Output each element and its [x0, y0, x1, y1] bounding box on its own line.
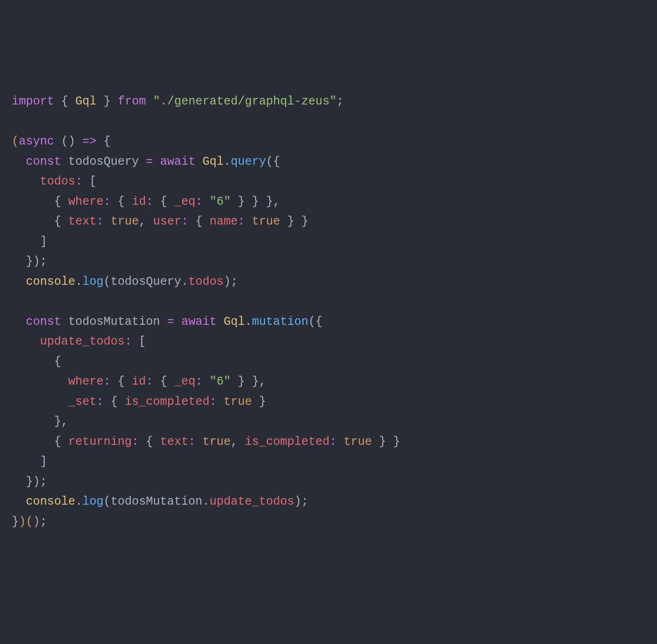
prop-update-todos: update_todos	[40, 335, 125, 348]
brace: }	[26, 475, 33, 489]
prop-returning: returning	[68, 435, 132, 449]
brace: {	[146, 435, 153, 449]
semicolon: ;	[337, 95, 344, 108]
identifier-console: console	[26, 495, 75, 508]
string-6: "6"	[209, 375, 231, 388]
method-log: log	[82, 495, 104, 508]
paren: )	[224, 275, 231, 289]
paren: (	[104, 275, 111, 289]
keyword-import: import	[12, 95, 54, 108]
brace: }	[26, 255, 33, 268]
comma: ,	[231, 435, 238, 449]
prop-set: _set	[68, 395, 96, 409]
dot: .	[224, 155, 231, 169]
colon: :	[181, 215, 188, 228]
brace: }	[301, 215, 308, 228]
prop-name: name	[209, 215, 238, 228]
colon: :	[329, 435, 337, 449]
prop-is-completed: is_completed	[125, 395, 209, 409]
identifier-gql: Gql	[202, 155, 224, 169]
brace: }	[259, 395, 266, 409]
dot: .	[75, 275, 82, 289]
brace: {	[118, 375, 125, 388]
comma: ,	[259, 375, 266, 388]
colon: :	[96, 215, 104, 228]
equals: =	[146, 155, 153, 169]
var-todosmutation: todosMutation	[111, 495, 202, 508]
equals: =	[167, 315, 174, 329]
bool-true: true	[224, 395, 252, 409]
colon: :	[238, 215, 245, 228]
colon: :	[96, 395, 104, 409]
colon: :	[195, 195, 202, 209]
identifier-gql: Gql	[224, 315, 245, 329]
brace: }	[104, 95, 111, 108]
prop-todos: todos	[188, 275, 224, 289]
brace: }	[238, 375, 245, 388]
brace: }	[252, 195, 259, 209]
code-block: import { Gql } from "./generated/graphql…	[12, 92, 645, 532]
colon: :	[188, 435, 195, 449]
bracket: [	[89, 175, 96, 188]
var-todosmutation: todosMutation	[68, 315, 160, 329]
brace: }	[12, 515, 19, 529]
identifier-console: console	[26, 275, 75, 289]
paren: (	[308, 315, 315, 329]
brace: {	[61, 95, 68, 108]
arrow: =>	[82, 135, 96, 148]
bracket: [	[139, 335, 146, 348]
bool-true: true	[252, 215, 280, 228]
colon: :	[132, 435, 139, 449]
brace: }	[252, 375, 259, 388]
brace: {	[111, 395, 118, 409]
brace: {	[160, 375, 167, 388]
paren: )	[19, 515, 26, 529]
paren: (	[12, 135, 19, 148]
paren: )	[33, 475, 40, 489]
comma: ,	[273, 195, 280, 209]
dot: .	[181, 275, 188, 289]
method-query: query	[231, 155, 266, 169]
brace: }	[238, 195, 245, 209]
var-todosquery: todosQuery	[68, 155, 139, 169]
brace: }	[393, 435, 400, 449]
brace: {	[104, 135, 111, 148]
paren: )	[33, 515, 40, 529]
colon: :	[104, 195, 111, 209]
prop-todos: todos	[40, 175, 75, 188]
colon: :	[146, 375, 153, 388]
prop-update-todos: update_todos	[209, 495, 294, 508]
prop-id: id	[132, 375, 146, 388]
brace: {	[273, 155, 280, 169]
colon: :	[125, 335, 132, 348]
brace: }	[54, 415, 61, 428]
brace: {	[195, 215, 202, 228]
paren: )	[294, 495, 301, 508]
brace: {	[54, 435, 61, 449]
paren: (	[26, 515, 33, 529]
brace: {	[315, 315, 322, 329]
bracket: ]	[40, 235, 47, 249]
prop-id: id	[132, 195, 146, 209]
semicolon: ;	[40, 475, 47, 489]
keyword-const: const	[26, 155, 61, 169]
keyword-await: await	[160, 155, 195, 169]
keyword-await: await	[181, 315, 216, 329]
semicolon: ;	[40, 255, 47, 268]
dot: .	[75, 495, 82, 508]
colon: :	[195, 375, 202, 388]
paren: (	[104, 495, 111, 508]
dot: .	[202, 495, 209, 508]
var-todosquery: todosQuery	[111, 275, 181, 289]
prop-user: user	[153, 215, 181, 228]
semicolon: ;	[40, 515, 47, 529]
comma: ,	[61, 415, 68, 428]
bool-true: true	[111, 215, 139, 228]
colon: :	[75, 175, 82, 188]
colon: :	[104, 375, 111, 388]
paren: (	[266, 155, 273, 169]
bool-true: true	[344, 435, 372, 449]
keyword-async: async	[19, 135, 54, 148]
prop-text: text	[160, 435, 188, 449]
identifier-gql: Gql	[75, 95, 96, 108]
